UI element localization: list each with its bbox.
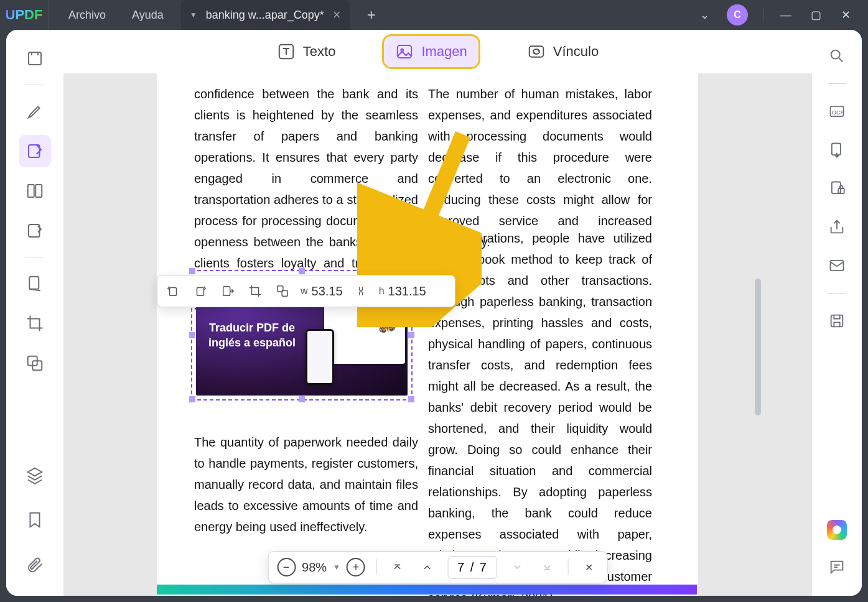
lock-ratio-button[interactable] <box>352 282 370 300</box>
text-block: The quantity of paperwork needed daily t… <box>194 432 418 537</box>
organize-pages-button[interactable] <box>19 175 51 207</box>
document-viewport[interactable]: confidence between the bank and its clie… <box>63 73 812 596</box>
resize-handle[interactable] <box>299 396 305 402</box>
resize-handle[interactable] <box>408 268 414 274</box>
document-page[interactable]: confidence between the bank and its clie… <box>157 73 698 596</box>
redaction-button[interactable] <box>19 267 51 300</box>
minimize-icon[interactable]: — <box>778 7 793 22</box>
butterfly-icon: 🦋 <box>371 309 399 335</box>
zoom-out-button[interactable]: − <box>277 558 296 577</box>
close-tab-icon[interactable]: × <box>333 7 341 23</box>
left-sidebar <box>6 30 63 596</box>
last-page-button[interactable] <box>538 558 557 577</box>
svg-rect-19 <box>530 46 544 57</box>
email-button[interactable] <box>823 252 851 279</box>
separator <box>568 559 569 575</box>
separator <box>26 85 44 85</box>
resize-handle[interactable] <box>408 396 414 402</box>
resize-handle[interactable] <box>189 268 195 274</box>
layers-button[interactable] <box>19 459 51 491</box>
right-sidebar: OCR <box>812 30 862 596</box>
save-button[interactable] <box>823 307 851 335</box>
add-tab-button[interactable]: + <box>367 6 376 24</box>
svg-text:OCR: OCR <box>832 109 845 116</box>
rotate-left-button[interactable] <box>164 282 182 300</box>
menu-file[interactable]: Archivo <box>68 9 106 22</box>
zoom-in-button[interactable]: + <box>347 558 365 577</box>
first-page-button[interactable] <box>388 558 407 577</box>
edit-button[interactable] <box>19 135 51 167</box>
svg-rect-17 <box>398 45 412 58</box>
resize-handle[interactable] <box>408 332 414 338</box>
ai-assistant-icon[interactable] <box>827 520 847 540</box>
comment-button[interactable] <box>823 553 851 581</box>
svg-rect-3 <box>35 185 42 197</box>
main-menu: Archivo Ayuda <box>49 9 164 22</box>
zoom-controls: − 98% ▼ + <box>277 558 365 577</box>
svg-rect-21 <box>170 288 177 296</box>
page-number-input[interactable]: 7 / 7 <box>448 556 497 579</box>
text-block: For generations, people have utilized th… <box>428 228 652 596</box>
vertical-scrollbar[interactable] <box>755 279 761 415</box>
svg-rect-2 <box>28 185 34 197</box>
annotate-button[interactable] <box>19 95 51 127</box>
separator <box>828 83 846 84</box>
edit-link-label: Vínculo <box>553 44 599 60</box>
compare-button[interactable] <box>19 347 51 379</box>
svg-rect-11 <box>832 144 841 155</box>
titlebar: UPDF Archivo Ayuda ▼ banking w...apar_Co… <box>0 0 868 30</box>
extract-image-button[interactable] <box>218 282 237 300</box>
edit-text-button[interactable]: Texto <box>266 36 347 67</box>
zoom-dropdown-icon[interactable]: ▼ <box>333 563 340 572</box>
edit-text-label: Texto <box>303 44 336 60</box>
width-value: 53.15 <box>312 284 343 299</box>
app-body: OCR Texto Imagen Vínculo confidence betw… <box>6 30 862 596</box>
fill-sign-button[interactable] <box>19 215 51 247</box>
crop-button[interactable] <box>19 307 51 340</box>
user-avatar[interactable]: C <box>727 4 748 25</box>
width-field[interactable]: w 53.15 <box>301 284 343 299</box>
replace-image-button[interactable] <box>273 282 292 300</box>
height-field[interactable]: h 131.15 <box>379 284 426 299</box>
app-logo: UPDF <box>0 0 49 30</box>
resize-handle[interactable] <box>189 396 195 402</box>
svg-point-8 <box>831 50 840 59</box>
chevron-down-icon[interactable]: ▼ <box>190 11 197 19</box>
svg-rect-0 <box>29 52 41 65</box>
svg-rect-13 <box>838 188 844 193</box>
edit-image-button[interactable]: Imagen <box>384 36 478 67</box>
svg-rect-15 <box>831 315 843 327</box>
edit-image-label: Imagen <box>421 44 467 60</box>
bookmark-button[interactable] <box>19 504 51 536</box>
chevron-down-icon[interactable]: ⌄ <box>697 7 712 22</box>
prev-page-button[interactable] <box>418 558 437 577</box>
image-caption: Traducir PDF de inglés a español <box>196 320 302 350</box>
crop-image-button[interactable] <box>246 282 264 300</box>
separator <box>376 559 377 575</box>
logo-text: UPDF <box>6 7 43 23</box>
svg-rect-14 <box>831 261 844 271</box>
convert-button[interactable] <box>823 136 851 164</box>
protect-button[interactable] <box>823 175 851 202</box>
edit-link-button[interactable]: Vínculo <box>516 36 610 67</box>
share-button[interactable] <box>823 213 851 241</box>
edit-toolbar: Texto Imagen Vínculo <box>63 30 812 73</box>
reader-mode-button[interactable] <box>19 42 51 75</box>
menu-help[interactable]: Ayuda <box>132 9 164 22</box>
svg-rect-5 <box>29 277 39 289</box>
document-tab[interactable]: ▼ banking w...apar_Copy* × <box>181 0 350 30</box>
resize-handle[interactable] <box>299 268 305 274</box>
ocr-button[interactable]: OCR <box>823 98 851 125</box>
search-button[interactable] <box>823 42 851 70</box>
resize-handle[interactable] <box>189 332 195 338</box>
svg-rect-23 <box>223 287 230 296</box>
rotate-right-button[interactable] <box>191 282 210 300</box>
maximize-icon[interactable]: ▢ <box>808 7 823 22</box>
close-bar-button[interactable]: ✕ <box>580 558 599 577</box>
window-controls: ⌄ C — ▢ ✕ <box>697 4 868 25</box>
zoom-level[interactable]: 98% <box>302 560 327 575</box>
width-label: w <box>301 285 308 297</box>
attachment-button[interactable] <box>19 549 51 581</box>
next-page-button[interactable] <box>508 558 527 577</box>
close-icon[interactable]: ✕ <box>838 7 853 22</box>
